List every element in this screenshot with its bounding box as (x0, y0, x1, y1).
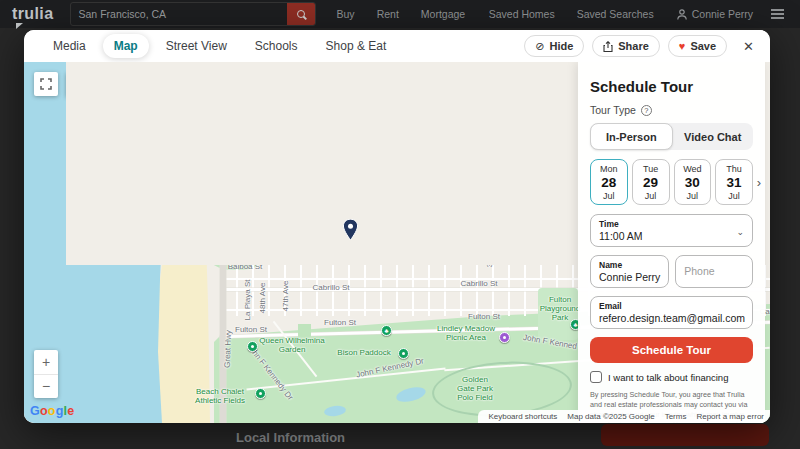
tour-type-in-person[interactable]: In-Person (590, 123, 673, 150)
road-jfk-dr (246, 368, 445, 391)
map-label-john-f-kennedy-dr: John F Kennedy Dr (245, 342, 295, 402)
modal-tabs: MediaMapStreet ViewSchoolsShop & Eat (42, 34, 403, 58)
schedule-tour-panel: Schedule Tour Tour Type ? In-PersonVideo… (578, 62, 765, 423)
site-header: trulia San Francisco, CA BuyRentMortgage… (0, 0, 800, 28)
nav-buy[interactable]: Buy (337, 8, 355, 20)
tour-type-video-chat[interactable]: Video Chat (673, 123, 754, 150)
listing-modal: MediaMapStreet ViewSchoolsShop & Eat ⊘ H… (24, 30, 770, 423)
fullscreen-icon (40, 78, 52, 90)
athletic-fields-icon (255, 388, 266, 399)
map-label-beach-chalet: Beach Chalet Athletic Fields (195, 387, 245, 405)
hide-button[interactable]: ⊘ Hide (524, 35, 584, 57)
date-thu-31[interactable]: Thu31Jul (715, 159, 753, 205)
phone-field[interactable]: Phone (675, 255, 753, 288)
map-label-great-hwy: Great Hwy (223, 330, 234, 368)
nav-saved-searches[interactable]: Saved Searches (577, 8, 654, 20)
help-icon[interactable]: ? (641, 105, 652, 116)
user-menu[interactable]: Connie Perry (677, 8, 753, 20)
map-label-fulton: Fulton Playground Park (540, 295, 580, 323)
search-bar[interactable]: San Francisco, CA (70, 2, 316, 26)
map-label-fulton-st: Fulton St (324, 318, 356, 327)
person-icon (677, 9, 687, 20)
tab-map[interactable]: Map (103, 34, 149, 58)
map-label-47th-ave: 47th Ave (281, 281, 290, 312)
mini-park (298, 324, 311, 337)
search-button[interactable] (287, 3, 315, 25)
screen: trulia San Francisco, CA BuyRentMortgage… (0, 0, 800, 449)
search-input[interactable]: San Francisco, CA (79, 8, 167, 20)
garden-icon (247, 341, 258, 352)
tour-type-segmented-control: In-PersonVideo Chat (590, 123, 753, 150)
fulton-playground-area (538, 288, 578, 340)
tab-shop-eat[interactable]: Shop & Eat (315, 34, 398, 58)
map-label-fulton-st: Fulton St (468, 312, 500, 321)
modal-actions: ⊘ Hide Share ♥ Save ✕ (524, 35, 758, 57)
park-pond (323, 405, 346, 418)
google-logo: Google (30, 404, 74, 418)
picnic-area-icon (499, 332, 510, 343)
primary-nav: BuyRentMortgage (326, 8, 477, 20)
map-label-queen-wilhelmina: Queen Wilhelmina Garden (259, 336, 324, 354)
map-label-golden: Golden Gate Park Polo Field (457, 375, 493, 403)
nav-mortgage[interactable]: Mortgage (421, 8, 465, 20)
tab-schools[interactable]: Schools (244, 34, 309, 58)
map-label-la-playa-st: La Playa St (243, 280, 252, 321)
map-label-lindley-meadow: Lindley Meadow Picnic Area (437, 324, 495, 342)
date-tue-29[interactable]: Tue29Jul (632, 159, 670, 205)
tree-icon: ♣ (381, 325, 392, 336)
search-icon (297, 10, 305, 18)
time-select[interactable]: Time 11:00 AM ⌄ (590, 214, 753, 247)
close-icon[interactable]: ✕ (739, 39, 758, 54)
dimmed-schedule-button (601, 424, 769, 446)
nav-rent[interactable]: Rent (377, 8, 399, 20)
email-field[interactable]: Email refero.design.team@gmail.com (590, 296, 753, 329)
tab-media[interactable]: Media (42, 34, 97, 58)
zoom-out-button[interactable]: − (34, 374, 58, 399)
map-label-48th-ave: 48th Ave (258, 283, 267, 314)
share-button[interactable]: Share (592, 35, 660, 57)
save-button[interactable]: ♥ Save (668, 35, 727, 57)
zoom-in-button[interactable]: + (34, 350, 58, 374)
nav-saved-homes[interactable]: Saved Homes (489, 8, 555, 20)
tour-type-row: Tour Type ? (590, 104, 753, 116)
panel-title: Schedule Tour (590, 78, 753, 95)
checkbox[interactable] (590, 371, 602, 383)
map-label-cabrillo-st: Cabrillo St (313, 283, 350, 292)
map-attribution: Keyboard shortcutsMap data ©2025 GoogleT… (478, 410, 770, 423)
modal-header: MediaMapStreet ViewSchoolsShop & Eat ⊘ H… (24, 30, 770, 62)
map-label-john-f-kenned: John F Kenned (522, 333, 577, 351)
park-pond (395, 385, 427, 405)
attribution-report-a-map-error[interactable]: Report a map error (696, 412, 764, 421)
zoom-control: + − (34, 350, 58, 398)
schedule-tour-button[interactable]: Schedule Tour (590, 337, 753, 363)
bison-paddock-icon (398, 348, 409, 359)
map-label-john-f-kennedy-dr: John F Kennedy Dr (355, 356, 424, 379)
tab-street-view[interactable]: Street View (155, 34, 238, 58)
heart-icon: ♥ (679, 41, 686, 52)
chevron-down-icon: ⌄ (736, 226, 744, 236)
user-name: Connie Perry (692, 8, 753, 20)
map-label-bison-paddock: Bison Paddock (337, 348, 390, 357)
attribution-keyboard-shortcuts[interactable]: Keyboard shortcuts (488, 412, 557, 421)
secondary-nav: Saved HomesSaved Searches (478, 8, 665, 20)
phone-placeholder: Phone (684, 260, 744, 281)
fullscreen-button[interactable] (34, 72, 58, 96)
map-label-fulton-st: Fulton St (235, 325, 267, 334)
trulia-logo[interactable]: trulia (12, 5, 54, 23)
date-picker: Mon28JulTue29JulWed30JulThu31Jul› (590, 159, 753, 205)
local-information-heading: Local Information (236, 430, 345, 445)
property-map-pin[interactable] (343, 219, 358, 245)
attribution-terms[interactable]: Terms (665, 412, 687, 421)
menu-icon[interactable] (771, 7, 784, 22)
name-field[interactable]: Name Connie Perry (590, 255, 669, 288)
map[interactable]: SEA CLIFFSUTRO HEIGHTSVISTA DEL MAROUTER… (24, 62, 770, 423)
road-jfk-dr (273, 321, 318, 377)
map-label-cabrillo-st: Cabrillo St (461, 279, 498, 288)
date-wed-30[interactable]: Wed30Jul (674, 159, 712, 205)
financing-checkbox-row[interactable]: I want to talk about financing (590, 371, 753, 383)
next-dates-button[interactable]: › (757, 175, 761, 190)
hide-icon: ⊘ (535, 41, 544, 52)
share-icon (603, 41, 613, 52)
date-mon-28[interactable]: Mon28Jul (590, 159, 628, 205)
attribution-map-data-2025-google[interactable]: Map data ©2025 Google (567, 412, 654, 421)
